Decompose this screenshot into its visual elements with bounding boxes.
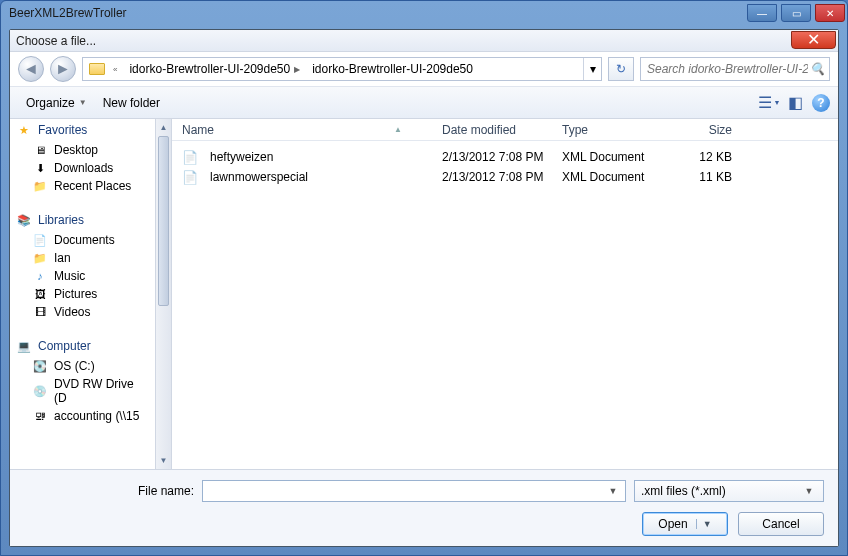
new-folder-button[interactable]: New folder bbox=[95, 93, 168, 113]
file-name-input[interactable] bbox=[207, 483, 605, 499]
videos-icon: 🎞 bbox=[32, 305, 48, 319]
preview-pane-button[interactable]: ◧ bbox=[784, 93, 806, 113]
file-list: Name▲ Date modified Type Size heftyweize… bbox=[172, 119, 838, 469]
chevron-right-icon: ▶ bbox=[294, 65, 300, 74]
title-bar: BeerXML2BrewTroller — ▭ ✕ bbox=[1, 1, 847, 25]
view-mode-button[interactable]: ☰ ▼ bbox=[758, 93, 780, 113]
libraries-icon: 📚 bbox=[16, 213, 32, 227]
minimize-button[interactable]: — bbox=[747, 4, 777, 22]
network-drive-icon: 🖳 bbox=[32, 409, 48, 423]
tree-item-pictures[interactable]: 🖼Pictures bbox=[10, 285, 155, 303]
scroll-down-button[interactable]: ▼ bbox=[156, 452, 171, 469]
tree-item-music[interactable]: ♪Music bbox=[10, 267, 155, 285]
tree-item-downloads[interactable]: ⬇Downloads bbox=[10, 159, 155, 177]
sort-asc-icon: ▲ bbox=[394, 125, 402, 134]
forward-button[interactable]: ► bbox=[50, 56, 76, 82]
disk-icon: 💽 bbox=[32, 359, 48, 373]
recent-icon: 📁 bbox=[32, 179, 48, 193]
dvd-icon: 💿 bbox=[32, 384, 48, 398]
search-box[interactable]: 🔍 bbox=[640, 57, 830, 81]
cancel-button[interactable]: Cancel bbox=[738, 512, 824, 536]
open-button[interactable]: Open▼ bbox=[642, 512, 728, 536]
dialog-close-button[interactable]: ✕ bbox=[791, 31, 836, 49]
col-date-header[interactable]: Date modified bbox=[442, 123, 562, 137]
breadcrumb-seg-0[interactable]: idorko-Brewtroller-UI-209de50▶ bbox=[123, 58, 306, 80]
file-row[interactable]: heftyweizen 2/13/2012 7:08 PM XML Docume… bbox=[172, 147, 838, 167]
tree-item-videos[interactable]: 🎞Videos bbox=[10, 303, 155, 321]
file-name-label: File name: bbox=[24, 484, 194, 498]
tree-item-os-c[interactable]: 💽OS (C:) bbox=[10, 357, 155, 375]
folder-icon: 📁 bbox=[32, 251, 48, 265]
button-row: Open▼ Cancel bbox=[24, 512, 824, 536]
tree-item-ian[interactable]: 📁Ian bbox=[10, 249, 155, 267]
tree-item-dvd[interactable]: 💿DVD RW Drive (D bbox=[10, 375, 155, 407]
column-headers: Name▲ Date modified Type Size bbox=[172, 119, 838, 141]
organize-button[interactable]: Organize ▼ bbox=[18, 93, 95, 113]
computer-header[interactable]: 💻Computer bbox=[10, 335, 155, 357]
address-root[interactable]: « bbox=[83, 58, 123, 80]
open-split-dropdown[interactable]: ▼ bbox=[696, 519, 712, 529]
address-dropdown[interactable]: ▾ bbox=[583, 58, 601, 80]
window-controls: — ▭ ✕ bbox=[747, 4, 845, 22]
dialog-title-bar: Choose a file... ✕ bbox=[10, 30, 838, 52]
downloads-icon: ⬇ bbox=[32, 161, 48, 175]
tree-item-desktop[interactable]: 🖥Desktop bbox=[10, 141, 155, 159]
libraries-header[interactable]: 📚Libraries bbox=[10, 209, 155, 231]
pictures-icon: 🖼 bbox=[32, 287, 48, 301]
chevron-left-icon: « bbox=[113, 65, 117, 74]
file-type-filter[interactable]: .xml files (*.xml) ▼ bbox=[634, 480, 824, 502]
tree-item-documents[interactable]: 📄Documents bbox=[10, 231, 155, 249]
chevron-down-icon: ▼ bbox=[79, 98, 87, 107]
maximize-button[interactable]: ▭ bbox=[781, 4, 811, 22]
favorites-header[interactable]: ★Favorites bbox=[10, 119, 155, 141]
app-title: BeerXML2BrewTroller bbox=[9, 6, 127, 20]
toolbar: Organize ▼ New folder ☰ ▼ ◧ ? bbox=[10, 87, 838, 119]
breadcrumb-seg-1[interactable]: idorko-Brewtroller-UI-209de50 bbox=[306, 58, 479, 80]
dialog-footer: File name: ▼ .xml files (*.xml) ▼ Open▼ … bbox=[10, 469, 838, 546]
file-row[interactable]: lawnmowerspecial 2/13/2012 7:08 PM XML D… bbox=[172, 167, 838, 187]
dialog-title: Choose a file... bbox=[10, 34, 791, 48]
file-name-combo[interactable]: ▼ bbox=[202, 480, 626, 502]
star-icon: ★ bbox=[16, 123, 32, 137]
col-name-header[interactable]: Name▲ bbox=[182, 123, 442, 137]
col-size-header[interactable]: Size bbox=[672, 123, 732, 137]
address-bar[interactable]: « idorko-Brewtroller-UI-209de50▶ idorko-… bbox=[82, 57, 602, 81]
app-window: BeerXML2BrewTroller — ▭ ✕ Choose a file.… bbox=[0, 0, 848, 556]
close-button[interactable]: ✕ bbox=[815, 4, 845, 22]
file-name-dropdown[interactable]: ▼ bbox=[605, 486, 621, 496]
xml-file-icon bbox=[182, 169, 198, 185]
documents-icon: 📄 bbox=[32, 233, 48, 247]
filter-dropdown[interactable]: ▼ bbox=[801, 486, 817, 496]
tree-scrollbar[interactable]: ▲ ▼ bbox=[155, 119, 172, 469]
nav-tree: ★Favorites 🖥Desktop ⬇Downloads 📁Recent P… bbox=[10, 119, 155, 469]
nav-row: ◄ ► « idorko-Brewtroller-UI-209de50▶ ido… bbox=[10, 52, 838, 87]
file-dialog: Choose a file... ✕ ◄ ► « idorko-Brewtrol… bbox=[9, 29, 839, 547]
tree-item-network-drive[interactable]: 🖳accounting (\\15 bbox=[10, 407, 155, 425]
music-icon: ♪ bbox=[32, 269, 48, 283]
computer-icon: 💻 bbox=[16, 339, 32, 353]
scroll-thumb[interactable] bbox=[158, 136, 169, 306]
tree-item-recent[interactable]: 📁Recent Places bbox=[10, 177, 155, 195]
xml-file-icon bbox=[182, 149, 198, 165]
files-area: heftyweizen 2/13/2012 7:08 PM XML Docume… bbox=[172, 141, 838, 469]
desktop-icon: 🖥 bbox=[32, 143, 48, 157]
col-type-header[interactable]: Type bbox=[562, 123, 672, 137]
back-button[interactable]: ◄ bbox=[18, 56, 44, 82]
refresh-button[interactable]: ↻ bbox=[608, 57, 634, 81]
folder-icon bbox=[89, 63, 105, 75]
dialog-body: ★Favorites 🖥Desktop ⬇Downloads 📁Recent P… bbox=[10, 119, 838, 469]
scroll-up-button[interactable]: ▲ bbox=[156, 119, 171, 136]
search-input[interactable] bbox=[645, 61, 810, 77]
search-icon: 🔍 bbox=[810, 62, 825, 76]
help-button[interactable]: ? bbox=[812, 94, 830, 112]
file-name-row: File name: ▼ .xml files (*.xml) ▼ bbox=[24, 480, 824, 502]
